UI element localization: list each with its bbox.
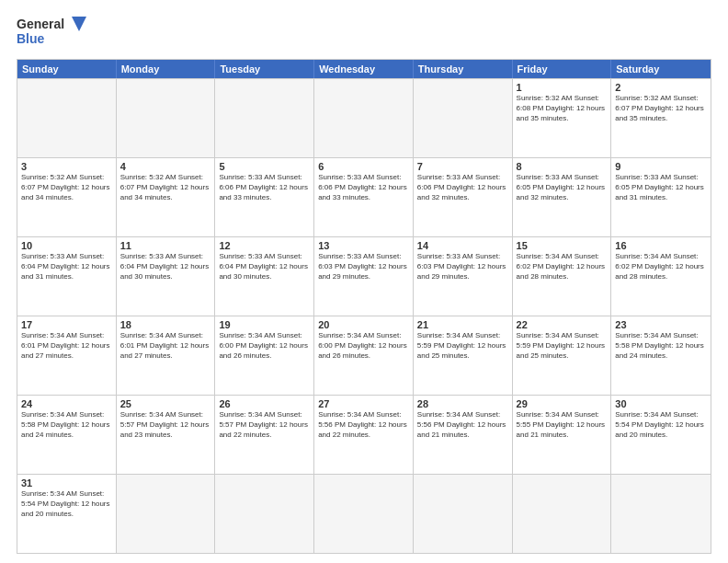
day-number: 20 — [318, 319, 409, 330]
calendar-week-row: 3Sunrise: 5:32 AM Sunset: 6:07 PM Daylig… — [17, 157, 711, 236]
day-info: Sunrise: 5:34 AM Sunset: 5:55 PM Dayligh… — [517, 410, 608, 440]
calendar-day-cell: 25Sunrise: 5:34 AM Sunset: 5:57 PM Dayli… — [117, 396, 216, 474]
day-info: Sunrise: 5:33 AM Sunset: 6:04 PM Dayligh… — [120, 252, 211, 282]
day-info: Sunrise: 5:34 AM Sunset: 6:02 PM Dayligh… — [615, 252, 707, 282]
day-number: 25 — [120, 398, 211, 409]
calendar-day-cell: 21Sunrise: 5:34 AM Sunset: 5:59 PM Dayli… — [414, 316, 513, 395]
calendar-day-cell — [513, 475, 612, 553]
calendar-day-cell: 22Sunrise: 5:34 AM Sunset: 5:59 PM Dayli… — [513, 316, 612, 395]
day-number: 17 — [21, 319, 112, 330]
calendar-day-cell — [117, 475, 216, 553]
day-number: 5 — [219, 161, 310, 172]
day-number: 18 — [120, 319, 211, 330]
calendar-header-cell: Thursday — [414, 60, 513, 78]
calendar-header-row: SundayMondayTuesdayWednesdayThursdayFrid… — [17, 60, 711, 78]
calendar-day-cell: 16Sunrise: 5:34 AM Sunset: 6:02 PM Dayli… — [611, 237, 711, 316]
day-info: Sunrise: 5:33 AM Sunset: 6:05 PM Dayligh… — [615, 173, 707, 202]
calendar-day-cell: 5Sunrise: 5:33 AM Sunset: 6:06 PM Daylig… — [215, 158, 314, 236]
day-info: Sunrise: 5:34 AM Sunset: 6:00 PM Dayligh… — [219, 331, 310, 361]
day-info: Sunrise: 5:34 AM Sunset: 5:59 PM Dayligh… — [417, 331, 508, 361]
calendar-header-cell: Saturday — [611, 60, 711, 78]
day-number: 15 — [517, 240, 608, 251]
calendar-week-row: 1Sunrise: 5:32 AM Sunset: 6:08 PM Daylig… — [17, 78, 711, 157]
day-info: Sunrise: 5:34 AM Sunset: 5:56 PM Dayligh… — [417, 410, 508, 440]
day-number: 23 — [615, 319, 707, 330]
day-number: 10 — [21, 240, 112, 251]
day-number: 7 — [417, 161, 508, 172]
day-number: 8 — [517, 161, 608, 172]
svg-marker-2 — [72, 17, 86, 31]
calendar-day-cell: 13Sunrise: 5:33 AM Sunset: 6:03 PM Dayli… — [314, 237, 414, 316]
calendar-day-cell — [117, 79, 216, 157]
day-info: Sunrise: 5:32 AM Sunset: 6:07 PM Dayligh… — [21, 173, 112, 202]
calendar-header-cell: Tuesday — [215, 60, 314, 78]
calendar-day-cell: 15Sunrise: 5:34 AM Sunset: 6:02 PM Dayli… — [513, 237, 612, 316]
calendar-day-cell: 3Sunrise: 5:32 AM Sunset: 6:07 PM Daylig… — [17, 158, 117, 236]
calendar-week-row: 10Sunrise: 5:33 AM Sunset: 6:04 PM Dayli… — [17, 236, 711, 316]
day-number: 21 — [417, 319, 508, 330]
calendar-day-cell — [215, 475, 314, 553]
day-number: 6 — [318, 161, 409, 172]
calendar-header-cell: Wednesday — [314, 60, 414, 78]
day-info: Sunrise: 5:34 AM Sunset: 5:59 PM Dayligh… — [517, 331, 608, 361]
calendar-day-cell: 6Sunrise: 5:33 AM Sunset: 6:06 PM Daylig… — [314, 158, 414, 236]
calendar-week-row: 17Sunrise: 5:34 AM Sunset: 6:01 PM Dayli… — [17, 316, 711, 395]
calendar-day-cell: 2Sunrise: 5:32 AM Sunset: 6:07 PM Daylig… — [611, 79, 711, 157]
day-info: Sunrise: 5:33 AM Sunset: 6:06 PM Dayligh… — [318, 173, 409, 202]
day-number: 22 — [517, 319, 608, 330]
calendar-header-cell: Friday — [513, 60, 612, 78]
day-number: 26 — [219, 398, 310, 409]
calendar-header-cell: Monday — [117, 60, 216, 78]
day-info: Sunrise: 5:33 AM Sunset: 6:06 PM Dayligh… — [219, 173, 310, 202]
day-number: 3 — [21, 161, 112, 172]
calendar-body: 1Sunrise: 5:32 AM Sunset: 6:08 PM Daylig… — [17, 78, 711, 553]
day-info: Sunrise: 5:33 AM Sunset: 6:05 PM Dayligh… — [517, 173, 608, 202]
calendar-day-cell: 26Sunrise: 5:34 AM Sunset: 5:57 PM Dayli… — [215, 396, 314, 474]
day-info: Sunrise: 5:33 AM Sunset: 6:04 PM Dayligh… — [21, 252, 112, 282]
day-number: 28 — [417, 398, 508, 409]
day-number: 4 — [120, 161, 211, 172]
calendar-day-cell: 31Sunrise: 5:34 AM Sunset: 5:54 PM Dayli… — [17, 475, 117, 553]
calendar-day-cell: 1Sunrise: 5:32 AM Sunset: 6:08 PM Daylig… — [513, 79, 612, 157]
calendar-week-row: 24Sunrise: 5:34 AM Sunset: 5:58 PM Dayli… — [17, 395, 711, 474]
calendar-day-cell: 7Sunrise: 5:33 AM Sunset: 6:06 PM Daylig… — [414, 158, 513, 236]
calendar-day-cell: 29Sunrise: 5:34 AM Sunset: 5:55 PM Dayli… — [513, 396, 612, 474]
day-info: Sunrise: 5:34 AM Sunset: 5:54 PM Dayligh… — [21, 489, 112, 519]
day-info: Sunrise: 5:33 AM Sunset: 6:03 PM Dayligh… — [318, 252, 409, 282]
calendar-day-cell — [314, 79, 414, 157]
calendar-day-cell: 8Sunrise: 5:33 AM Sunset: 6:05 PM Daylig… — [513, 158, 612, 236]
calendar-day-cell: 20Sunrise: 5:34 AM Sunset: 6:00 PM Dayli… — [314, 316, 414, 395]
logo: General Blue — [17, 15, 90, 52]
day-info: Sunrise: 5:33 AM Sunset: 6:03 PM Dayligh… — [417, 252, 508, 282]
day-number: 1 — [517, 82, 608, 93]
day-info: Sunrise: 5:34 AM Sunset: 5:58 PM Dayligh… — [21, 410, 112, 440]
calendar-day-cell: 11Sunrise: 5:33 AM Sunset: 6:04 PM Dayli… — [117, 237, 216, 316]
day-info: Sunrise: 5:34 AM Sunset: 5:57 PM Dayligh… — [219, 410, 310, 440]
calendar-day-cell: 27Sunrise: 5:34 AM Sunset: 5:56 PM Dayli… — [314, 396, 414, 474]
calendar-day-cell — [414, 79, 513, 157]
day-number: 2 — [615, 82, 707, 93]
day-info: Sunrise: 5:34 AM Sunset: 6:00 PM Dayligh… — [318, 331, 409, 361]
calendar-day-cell — [215, 79, 314, 157]
calendar-day-cell: 18Sunrise: 5:34 AM Sunset: 6:01 PM Dayli… — [117, 316, 216, 395]
calendar-day-cell: 17Sunrise: 5:34 AM Sunset: 6:01 PM Dayli… — [17, 316, 117, 395]
day-info: Sunrise: 5:32 AM Sunset: 6:07 PM Dayligh… — [120, 173, 211, 202]
day-info: Sunrise: 5:33 AM Sunset: 6:04 PM Dayligh… — [219, 252, 310, 282]
day-number: 16 — [615, 240, 707, 251]
calendar-day-cell: 19Sunrise: 5:34 AM Sunset: 6:00 PM Dayli… — [215, 316, 314, 395]
calendar-day-cell: 24Sunrise: 5:34 AM Sunset: 5:58 PM Dayli… — [17, 396, 117, 474]
day-info: Sunrise: 5:34 AM Sunset: 5:56 PM Dayligh… — [318, 410, 409, 440]
day-number: 14 — [417, 240, 508, 251]
day-number: 24 — [21, 398, 112, 409]
svg-text:Blue: Blue — [17, 31, 45, 46]
calendar-day-cell: 12Sunrise: 5:33 AM Sunset: 6:04 PM Dayli… — [215, 237, 314, 316]
day-info: Sunrise: 5:32 AM Sunset: 6:08 PM Dayligh… — [517, 94, 608, 123]
calendar: SundayMondayTuesdayWednesdayThursdayFrid… — [17, 59, 711, 554]
calendar-day-cell: 30Sunrise: 5:34 AM Sunset: 5:54 PM Dayli… — [611, 396, 711, 474]
calendar-day-cell: 28Sunrise: 5:34 AM Sunset: 5:56 PM Dayli… — [414, 396, 513, 474]
page: General Blue SundayMondayTuesdayWednesda… — [0, 0, 728, 563]
day-number: 29 — [517, 398, 608, 409]
day-info: Sunrise: 5:34 AM Sunset: 5:57 PM Dayligh… — [120, 410, 211, 440]
day-number: 27 — [318, 398, 409, 409]
day-info: Sunrise: 5:34 AM Sunset: 6:01 PM Dayligh… — [120, 331, 211, 361]
